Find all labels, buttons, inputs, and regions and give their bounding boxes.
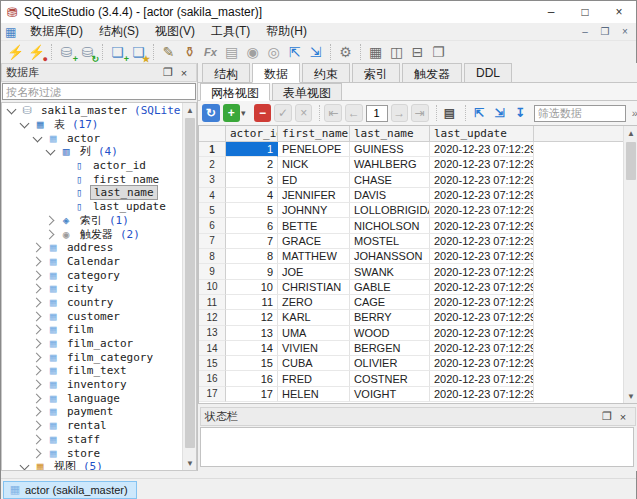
delete-row-icon[interactable]: − — [254, 104, 272, 122]
grid-cell[interactable]: WOOD — [350, 326, 430, 341]
tree-item-视图[interactable]: ▦视图(5) — [2, 460, 182, 470]
chevron-right-icon[interactable] — [33, 353, 42, 362]
chevron-right-icon[interactable] — [33, 312, 42, 321]
tree-item-sakila_master[interactable]: ⛁sakila_master(SQLite 3) — [2, 104, 182, 118]
grid-cell[interactable]: GABLE — [350, 280, 430, 295]
chevron-down-icon[interactable] — [20, 120, 29, 129]
chevron-right-icon[interactable] — [33, 339, 42, 348]
grid-cell[interactable]: 17 — [226, 387, 278, 402]
row-number[interactable]: 2 — [199, 157, 226, 172]
first-page-icon[interactable]: ⇤ — [324, 104, 342, 122]
config-icon[interactable]: ⚙ — [335, 42, 356, 62]
row-number[interactable]: 6 — [199, 218, 226, 233]
grid-cell[interactable]: CHASE — [350, 173, 430, 188]
row-number[interactable]: 4 — [199, 188, 226, 203]
chevron-right-icon[interactable] — [33, 380, 42, 389]
grid-cell[interactable]: OLIVIER — [350, 356, 430, 371]
grid-cell[interactable]: 4 — [226, 188, 278, 203]
chevron-right-icon[interactable] — [33, 271, 42, 280]
mdi-restore-button[interactable]: ❐ — [596, 25, 614, 39]
tree-item-store[interactable]: ▦store — [2, 446, 182, 460]
grid-cell[interactable]: 2020-12-23 07:12:29 — [430, 157, 534, 172]
grid-scrollbar[interactable]: ▲ ▼ — [623, 126, 637, 403]
row-number[interactable]: 1 — [199, 142, 226, 157]
column-header-first_name[interactable]: first_name — [278, 126, 350, 141]
extension-icon[interactable]: ◉ — [242, 42, 263, 62]
add-row-caret-icon[interactable]: ▾ — [241, 108, 251, 118]
row-number[interactable]: 12 — [199, 310, 226, 325]
grid-cell[interactable]: 6 — [226, 218, 278, 233]
grid-cell[interactable]: 3 — [226, 173, 278, 188]
grid-cell[interactable]: 2020-12-23 07:12:29 — [430, 173, 534, 188]
grid-cell[interactable]: 2020-12-23 07:12:29 — [430, 234, 534, 249]
grid-cell[interactable]: 14 — [226, 341, 278, 356]
chevron-right-icon[interactable] — [33, 284, 42, 293]
tree-item-表[interactable]: ▦表(17) — [2, 118, 182, 132]
row-number[interactable]: 7 — [199, 234, 226, 249]
menu-item-0[interactable]: 数据库(D) — [22, 22, 91, 41]
last-page-icon[interactable]: ⇥ — [411, 104, 429, 122]
chevron-right-icon[interactable] — [33, 421, 42, 430]
column-header-last_update[interactable]: last_update — [430, 126, 534, 141]
grid-cell[interactable]: ZERO — [278, 295, 350, 310]
column-header-actor_id[interactable]: actor_id — [226, 126, 278, 141]
row-number[interactable]: 3 — [199, 173, 226, 188]
taskbar-button[interactable]: ▦actor (sakila_master) — [3, 481, 137, 499]
grid-cell[interactable]: 2020-12-23 07:12:29 — [430, 295, 534, 310]
tree-item-actor_id[interactable]: ▯actor_id — [2, 159, 182, 173]
float-panel-icon[interactable]: ❐ — [160, 65, 176, 80]
grid-cell[interactable]: 2020-12-23 07:12:29 — [430, 142, 534, 157]
grid-cell[interactable]: CUBA — [278, 356, 350, 371]
float-panel-icon[interactable]: ❐ — [599, 409, 615, 424]
close-panel-icon[interactable]: × — [176, 65, 192, 80]
add-row-icon[interactable]: + — [223, 104, 241, 122]
add-database-icon[interactable]: ⛁+ — [56, 42, 77, 62]
tree-item-Calendar[interactable]: ▦Calendar — [2, 255, 182, 269]
chevron-down-icon[interactable] — [33, 134, 42, 143]
grid-cell[interactable]: 2020-12-23 07:12:29 — [430, 218, 534, 233]
grid-cell[interactable]: 2020-12-23 07:12:29 — [430, 188, 534, 203]
scroll-down-icon[interactable]: ▼ — [183, 456, 197, 470]
grid-cell[interactable]: SWANK — [350, 264, 430, 279]
tab-结构[interactable]: 结构 — [202, 63, 250, 82]
close-panel-icon[interactable]: × — [615, 409, 631, 424]
tab-DDL[interactable]: DDL — [464, 63, 512, 82]
tile-windows-icon[interactable]: ▦ — [365, 42, 386, 62]
grid-cell[interactable]: 15 — [226, 356, 278, 371]
chevron-right-icon[interactable] — [33, 394, 42, 403]
chevron-right-icon[interactable] — [33, 366, 42, 375]
load-full-data-icon[interactable]: ↧ — [511, 104, 529, 122]
collation-editor-icon[interactable]: ▤ — [221, 42, 242, 62]
rollback-changes-icon[interactable]: × — [295, 104, 313, 122]
chevron-right-icon[interactable] — [33, 257, 42, 266]
tree-item-列[interactable]: ▥列(4) — [2, 145, 182, 159]
tree-item-address[interactable]: ▦address — [2, 241, 182, 255]
grid-cell[interactable]: 12 — [226, 310, 278, 325]
grid-cell[interactable]: 2020-12-23 07:12:29 — [430, 387, 534, 402]
grid-cell[interactable]: BETTE — [278, 218, 350, 233]
tree-item-last_update[interactable]: ▯last_update — [2, 200, 182, 214]
chevron-right-icon[interactable] — [33, 243, 42, 252]
grid-cell[interactable]: KARL — [278, 310, 350, 325]
tree-item-film[interactable]: ▦film — [2, 323, 182, 337]
grid-cell[interactable]: 8 — [226, 249, 278, 264]
grid-cell[interactable]: MATTHEW — [278, 249, 350, 264]
chevron-right-icon[interactable] — [46, 216, 55, 225]
tree-item-film_text[interactable]: ▦film_text — [2, 364, 182, 378]
grid-cell[interactable]: DAVIS — [350, 188, 430, 203]
chevron-right-icon[interactable] — [33, 325, 42, 334]
grid-cell[interactable]: 11 — [226, 295, 278, 310]
chevron-right-icon[interactable] — [33, 407, 42, 416]
menu-item-4[interactable]: 帮助(H) — [258, 22, 315, 41]
grid-cell[interactable]: 13 — [226, 326, 278, 341]
plugin-icon[interactable]: ◎ — [263, 42, 284, 62]
menu-item-2[interactable]: 视图(V) — [147, 22, 203, 41]
tree-item-last_name[interactable]: ▯last_name — [2, 186, 182, 200]
grid-cell[interactable]: NICHOLSON — [350, 218, 430, 233]
row-number[interactable]: 9 — [199, 264, 226, 279]
tree-item-country[interactable]: ▦country — [2, 296, 182, 310]
row-number[interactable]: 5 — [199, 203, 226, 218]
page-number-input[interactable] — [366, 105, 388, 122]
tree-item-category[interactable]: ▦category — [2, 268, 182, 282]
chevron-right-icon[interactable] — [33, 298, 42, 307]
